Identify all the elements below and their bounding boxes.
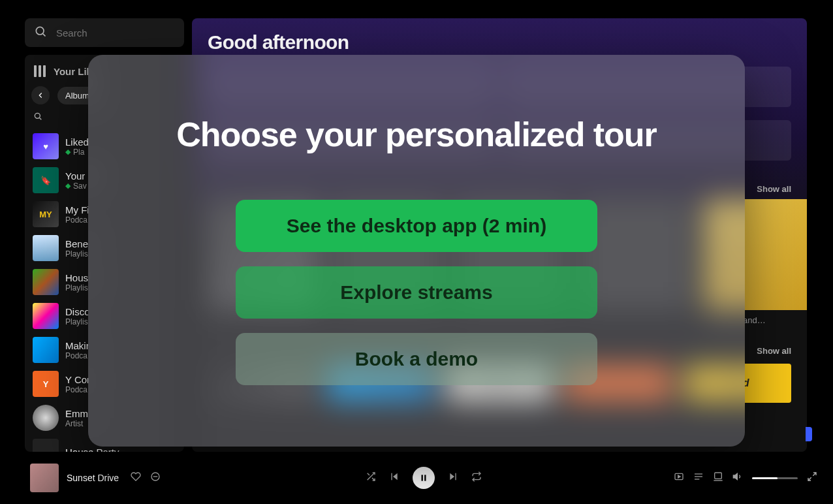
modal-buttons: See the desktop app (2 min) Explore stre… (236, 200, 597, 385)
tour-modal: Choose your personalized tour See the de… (88, 55, 745, 447)
modal-backdrop[interactable]: Choose your personalized tour See the de… (0, 0, 833, 504)
modal-title: Choose your personalized tour (176, 115, 657, 154)
tour-streams-button[interactable]: Explore streams (236, 266, 597, 319)
tour-desktop-button[interactable]: See the desktop app (2 min) (236, 200, 597, 252)
app-root: Your Libr Album ♥Liked◆Pla🔖Your E◆SavMYM… (0, 0, 833, 504)
tour-demo-button[interactable]: Book a demo (236, 333, 597, 385)
